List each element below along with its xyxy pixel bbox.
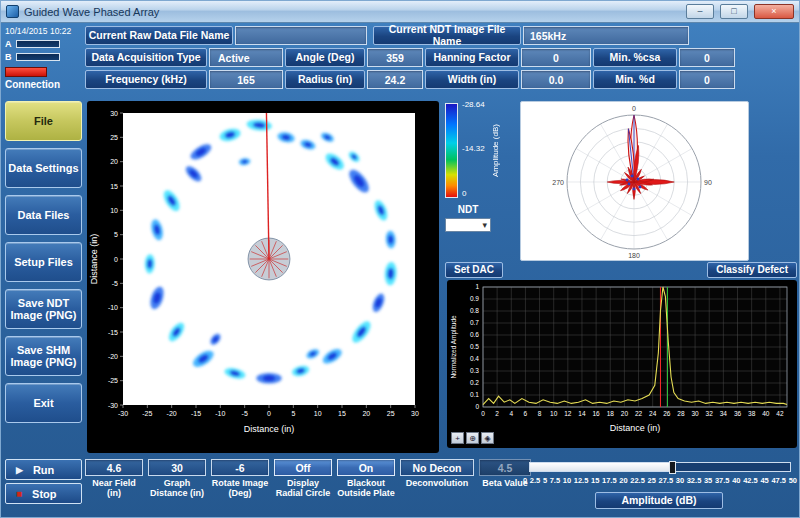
svg-text:2: 2 [495, 410, 499, 417]
sidebar-item-data-files[interactable]: Data Files [5, 195, 82, 235]
control-value-deconvolution[interactable]: No Decon [400, 459, 474, 476]
amplitude-slider-thumb[interactable] [669, 461, 676, 474]
svg-text:0.4: 0.4 [470, 355, 479, 362]
param-value-width-in[interactable]: 0.0 [521, 70, 591, 89]
svg-text:0: 0 [267, 410, 271, 417]
svg-text:0: 0 [114, 256, 118, 263]
sidebar-item-save-ndt-image-png[interactable]: Save NDT Image (PNG) [5, 289, 82, 329]
colorbar-tick-bottom: 0 [462, 189, 466, 198]
set-dac-button[interactable]: Set DAC [445, 262, 503, 278]
param-value-min-d[interactable]: 0 [679, 70, 735, 89]
param-label-hanning-factor: Hanning Factor [425, 48, 519, 67]
control-value-blackout-outside-plate[interactable]: On [337, 459, 395, 476]
classify-defect-button[interactable]: Classify Defect [707, 262, 797, 278]
bottom-bar: ▶ Run ■ Stop 4.6Near Field (in)30Graph D… [1, 456, 800, 518]
svg-text:-30: -30 [108, 402, 118, 409]
raw-file-value[interactable] [235, 26, 367, 45]
run-button[interactable]: ▶ Run [5, 459, 82, 480]
close-button[interactable]: × [754, 4, 794, 19]
stop-button[interactable]: ■ Stop [5, 483, 82, 504]
svg-text:270: 270 [552, 179, 564, 186]
svg-text:25: 25 [110, 134, 118, 141]
amplitude-db-button[interactable]: Amplitude (dB) [595, 492, 723, 509]
crosshair-tool-icon[interactable]: + [451, 432, 464, 444]
chevron-down-icon: ▾ [482, 220, 487, 230]
control-near-field-in: 4.6Near Field (in) [85, 459, 143, 499]
svg-text:-5: -5 [112, 280, 118, 287]
svg-text:0: 0 [481, 410, 485, 417]
control-deconvolution: No DeconDeconvolution [400, 459, 474, 488]
svg-text:40: 40 [762, 410, 770, 417]
param-value-radius-in[interactable]: 24.2 [367, 70, 423, 89]
svg-text:0.9: 0.9 [470, 295, 479, 302]
sidebar-item-save-shm-image-png[interactable]: Save SHM Image (PNG) [5, 336, 82, 376]
svg-text:6: 6 [524, 410, 528, 417]
amplitude-slider[interactable] [529, 462, 791, 472]
ndt-file-value[interactable]: 165kHz [523, 26, 689, 45]
control-value-near-field-in[interactable]: 4.6 [85, 459, 143, 476]
pan-tool-icon[interactable]: ◈ [481, 432, 494, 444]
svg-text:30: 30 [411, 410, 419, 417]
beam-pattern-svg: 090180270 [521, 102, 748, 260]
amplitude-scale-tick: 17.5 [602, 476, 617, 485]
sidebar-item-setup-files[interactable]: Setup Files [5, 242, 82, 282]
svg-text:-5: -5 [242, 410, 248, 417]
amplitude-scale-tick: 5 [543, 476, 547, 485]
param-value-frequency-khz[interactable]: 165 [209, 70, 283, 89]
amplitude-scale-tick: 42.5 [743, 476, 758, 485]
amplitude-scale-tick: 35 [704, 476, 712, 485]
amplitude-scale-tick: 25 [647, 476, 655, 485]
control-label-graph-distance-in: Graph Distance (in) [148, 478, 206, 499]
control-value-graph-distance-in[interactable]: 30 [148, 459, 206, 476]
channel-b-gauge [16, 53, 60, 61]
svg-text:0.6: 0.6 [470, 331, 479, 338]
svg-text:14: 14 [578, 410, 586, 417]
control-rotate-image-deg: -6Rotate Image (Deg) [211, 459, 269, 499]
svg-text:0: 0 [632, 105, 636, 112]
amplitude-slider-fill [530, 463, 673, 471]
heatmap-x-axis-label: Distance (in) [244, 424, 295, 434]
control-value-rotate-image-deg[interactable]: -6 [211, 459, 269, 476]
colorbar-axis-label: Amplitude (dB) [491, 103, 500, 199]
sidebar-item-file[interactable]: File [5, 101, 82, 141]
ascan-x-axis-label: Distance (in) [610, 423, 661, 433]
svg-text:26: 26 [663, 410, 671, 417]
heatmap-y-axis-label: Distance (in) [89, 234, 99, 285]
sidebar-item-data-settings[interactable]: Data Settings [5, 148, 82, 188]
ndt-file-label: Current NDT Image File Name [373, 26, 521, 45]
amplitude-scale-tick: 47.5 [771, 476, 786, 485]
raw-file-label: Current Raw Data File Name [85, 26, 233, 45]
minimize-button[interactable]: – [686, 4, 714, 19]
svg-text:20: 20 [362, 410, 370, 417]
param-value-hanning-factor[interactable]: 0 [521, 48, 591, 67]
svg-text:0.2: 0.2 [470, 379, 479, 386]
svg-text:30: 30 [691, 410, 699, 417]
maximize-button[interactable]: □ [720, 4, 748, 19]
ndt-image-plot: -30-30-25-25-20-20-15-15-10-10-5-5005510… [87, 101, 439, 453]
sidebar: FileData SettingsData FilesSetup FilesSa… [5, 101, 82, 423]
control-display-radial-circle: OffDisplay Radial Circle [274, 459, 332, 499]
ndt-selector-dropdown[interactable]: ▾ [445, 218, 491, 232]
svg-text:0.7: 0.7 [470, 319, 479, 326]
amplitude-scale-tick: 50 [789, 476, 797, 485]
svg-text:-20: -20 [108, 353, 118, 360]
param-label-min-d: Min. %d [593, 70, 677, 89]
param-value-data-acquisition-type[interactable]: Active [209, 48, 283, 67]
svg-text:22: 22 [635, 410, 643, 417]
control-value-display-radial-circle[interactable]: Off [274, 459, 332, 476]
param-value-angle-deg[interactable]: 359 [367, 48, 423, 67]
param-value-min-csa[interactable]: 0 [679, 48, 735, 67]
param-label-width-in: Width (in) [425, 70, 519, 89]
channel-a-gauge [16, 40, 60, 48]
svg-text:20: 20 [110, 158, 118, 165]
svg-text:-10: -10 [215, 410, 225, 417]
control-label-deconvolution: Deconvolution [400, 478, 474, 488]
svg-text:32: 32 [706, 410, 714, 417]
param-label-frequency-khz: Frequency (kHz) [85, 70, 207, 89]
beam-pattern-plot: 090180270 [520, 101, 749, 261]
svg-text:-20: -20 [167, 410, 177, 417]
amplitude-scale-tick: 27.5 [658, 476, 673, 485]
zoom-tool-icon[interactable]: ⊕ [466, 432, 479, 444]
amplitude-scale-tick: 45 [760, 476, 768, 485]
sidebar-item-exit[interactable]: Exit [5, 383, 82, 423]
